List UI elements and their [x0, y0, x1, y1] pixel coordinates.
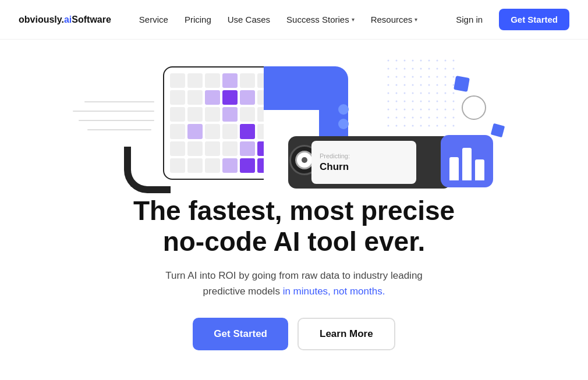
connector-btn-1: [338, 104, 349, 115]
hero-illustration: Predicting: Churn: [73, 49, 515, 189]
nav-use-cases[interactable]: Use Cases: [228, 15, 270, 24]
scanner-screen: Predicting: Churn: [311, 141, 416, 184]
nav-actions: Sign in Get Started: [447, 9, 569, 30]
logo-ai: ai: [64, 15, 72, 25]
logo[interactable]: obviously.aiSoftware: [19, 15, 111, 25]
svg-rect-1: [387, 59, 457, 129]
nav-links: Service Pricing Use Cases Success Storie…: [139, 15, 428, 24]
deco-circle: [462, 95, 486, 120]
hero-section: Predicting: Churn The fastest, most prec…: [0, 40, 588, 350]
grid-keyboard: [163, 66, 279, 180]
chart-widget: [441, 135, 493, 187]
chevron-down-icon: ▾: [415, 16, 417, 23]
deco-square-small: [491, 123, 505, 137]
navbar: obviously.aiSoftware Service Pricing Use…: [0, 0, 588, 40]
cta-row: Get Started Learn More: [193, 318, 395, 350]
get-started-nav-button[interactable]: Get Started: [499, 9, 569, 30]
sign-in-button[interactable]: Sign in: [447, 10, 492, 29]
grid-dots-decoration: [387, 59, 457, 129]
hero-subheadline: Turn AI into ROI by going from raw data …: [148, 268, 440, 299]
nav-service[interactable]: Service: [139, 15, 168, 24]
logo-software: Software: [72, 15, 111, 25]
chevron-down-icon: ▾: [352, 16, 355, 23]
chart-bar-3: [475, 159, 484, 180]
nav-resources[interactable]: Resources ▾: [371, 15, 418, 24]
scanner-predicting-label: Predicting:: [320, 152, 408, 159]
learn-more-button[interactable]: Learn More: [297, 318, 395, 350]
lines-decoration: [73, 101, 163, 142]
connector-btn-2: [338, 119, 349, 129]
highlight-text: in minutes, not months.: [283, 286, 385, 297]
logo-obviously: obviously.: [19, 15, 64, 25]
chart-bar-1: [449, 157, 459, 180]
scanner-value: Churn: [320, 161, 408, 173]
get-started-hero-button[interactable]: Get Started: [193, 318, 288, 350]
nav-pricing[interactable]: Pricing: [185, 15, 211, 24]
deco-square-top: [454, 76, 470, 92]
nav-success-stories[interactable]: Success Stories ▾: [286, 15, 355, 24]
chart-bar-2: [462, 148, 472, 180]
hero-headline: The fastest, most precise no-code AI too…: [119, 196, 469, 257]
